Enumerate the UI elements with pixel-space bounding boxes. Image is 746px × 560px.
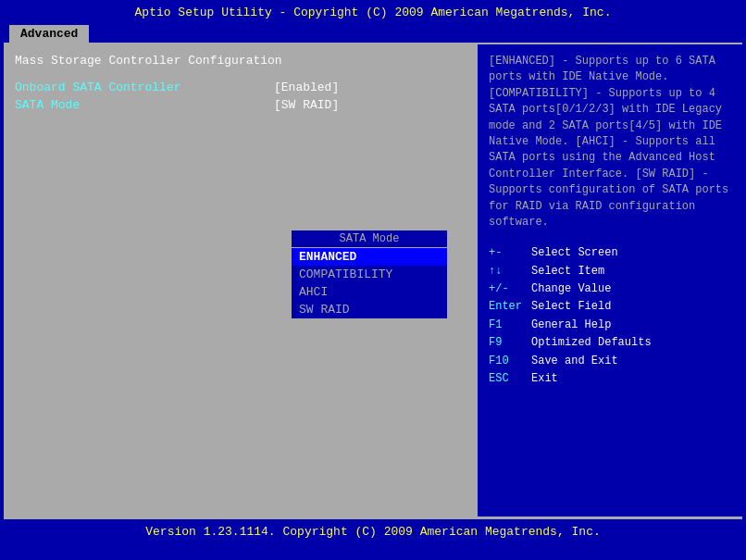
- key-row-defaults: F9 Optimized Defaults: [489, 335, 731, 351]
- key-plusslash: +/-: [489, 281, 531, 297]
- key-desc-help: General Help: [531, 317, 611, 333]
- help-text: [ENHANCED] - Supports up to 6 SATA ports…: [489, 54, 731, 230]
- help-text-content: [ENHANCED] - Supports up to 6 SATA ports…: [489, 55, 728, 229]
- key-desc-save: Save and Exit: [531, 354, 618, 369]
- dropdown-popup[interactable]: SATA Mode ENHANCED COMPATIBILITY AHCI SW…: [291, 230, 448, 319]
- tab-row: Advanced: [0, 23, 746, 43]
- key-arrows: ↑↓: [489, 264, 531, 280]
- key-row-help: F1 General Help: [489, 317, 731, 333]
- footer-text: Version 1.23.1114. Copyright (C) 2009 Am…: [145, 525, 600, 539]
- config-row-sata-controller: Onboard SATA Controller [Enabled]: [15, 81, 465, 94]
- right-panel: [ENHANCED] - Supports up to 6 SATA ports…: [476, 44, 742, 516]
- key-f9: F9: [489, 335, 531, 351]
- key-row-screen: +- Select Screen: [489, 245, 731, 261]
- section-title: Mass Storage Controller Configuration: [15, 54, 465, 68]
- key-enter: Enter: [489, 299, 531, 315]
- title-bar: Aptio Setup Utility - Copyright (C) 2009…: [0, 0, 746, 23]
- key-esc: ESC: [489, 371, 531, 387]
- key-plusminus: +-: [489, 245, 531, 261]
- footer: Version 1.23.1114. Copyright (C) 2009 Am…: [4, 518, 742, 544]
- key-desc-screen: Select Screen: [531, 245, 618, 261]
- dropdown-title: SATA Mode: [292, 230, 447, 248]
- key-desc-item: Select Item: [531, 264, 604, 280]
- key-row-save: F10 Save and Exit: [489, 354, 731, 369]
- dropdown-item-ahci[interactable]: AHCI: [292, 283, 447, 301]
- main-content: Mass Storage Controller Configuration On…: [4, 44, 742, 516]
- tab-advanced[interactable]: Advanced: [9, 25, 89, 43]
- left-panel: Mass Storage Controller Configuration On…: [4, 44, 476, 516]
- key-desc-defaults: Optimized Defaults: [531, 335, 652, 351]
- key-row-exit: ESC Exit: [489, 371, 731, 387]
- key-desc-exit: Exit: [531, 371, 558, 387]
- sata-mode-label[interactable]: SATA Mode: [15, 98, 274, 112]
- key-row-field: Enter Select Field: [489, 299, 731, 315]
- key-row-item: ↑↓ Select Item: [489, 264, 731, 280]
- title-text: Aptio Setup Utility - Copyright (C) 2009…: [135, 6, 612, 19]
- dropdown-item-sw-raid[interactable]: SW RAID: [292, 301, 447, 318]
- sata-mode-value: [SW RAID]: [274, 98, 339, 112]
- key-desc-value: Change Value: [531, 281, 611, 297]
- sata-controller-label[interactable]: Onboard SATA Controller: [15, 81, 274, 94]
- key-list: +- Select Screen ↑↓ Select Item +/- Chan…: [489, 245, 731, 387]
- key-row-value: +/- Change Value: [489, 281, 731, 297]
- dropdown-item-enhanced[interactable]: ENHANCED: [292, 248, 447, 266]
- config-row-sata-mode: SATA Mode [SW RAID]: [15, 98, 465, 112]
- dropdown-item-compatibility[interactable]: COMPATIBILITY: [292, 266, 447, 283]
- key-desc-field: Select Field: [531, 299, 611, 315]
- key-f10: F10: [489, 354, 531, 369]
- sata-controller-value: [Enabled]: [274, 81, 339, 94]
- key-f1: F1: [489, 317, 531, 333]
